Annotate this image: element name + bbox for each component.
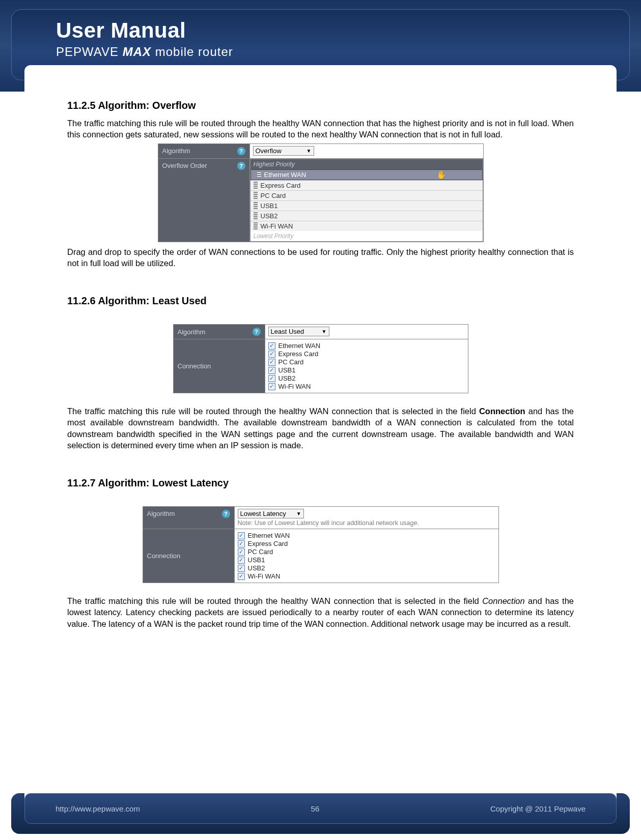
grip-icon[interactable] <box>254 202 258 209</box>
footer-url: http://www.pepwave.com <box>55 804 140 813</box>
checkbox-icon: ✓ <box>268 359 275 366</box>
checkbox-icon: ✓ <box>268 351 275 358</box>
algorithm-select-value: Overflow <box>256 147 282 155</box>
header-text: User Manual PEPWAVE MAX mobile router <box>56 18 233 59</box>
label-algorithm-text: Algorithm <box>147 510 175 517</box>
priority-item[interactable]: Wi-Fi WAN <box>250 221 483 231</box>
checkbox-icon: ✓ <box>268 342 275 350</box>
leastused-after: The traffic matching this rule will be r… <box>67 405 574 451</box>
label-algorithm: Algorithm ? <box>174 325 265 339</box>
checkbox-label: PC Card <box>248 548 273 556</box>
algorithm-select[interactable]: Overflow ▼ <box>253 146 314 156</box>
connection-checklist: ✓Ethernet WAN ✓Express Card ✓PC Card ✓US… <box>265 339 468 393</box>
connection-italic: Connection <box>482 596 524 605</box>
overflow-after: Drag and drop to specify the order of WA… <box>67 246 574 269</box>
checkbox-icon: ✓ <box>238 557 245 564</box>
tagline: mobile router <box>155 45 233 59</box>
label-overflow-order-text: Overflow Order <box>162 162 207 169</box>
checkbox-label: USB1 <box>248 556 265 564</box>
section-heading-leastused: 11.2.6 Algorithm: Least Used <box>67 295 574 307</box>
label-algorithm-text: Algorithm <box>178 328 206 336</box>
priority-item-label: Express Card <box>261 182 301 189</box>
priority-item[interactable]: USB2 <box>250 211 483 221</box>
footer-bar: http://www.pepwave.com 56 Copyright @ 20… <box>24 793 617 824</box>
help-icon[interactable]: ? <box>222 510 230 518</box>
section-heading-overflow: 11.2.5 Algorithm: Overflow <box>67 100 574 111</box>
help-icon[interactable]: ? <box>253 328 261 336</box>
label-overflow-order: Overflow Order ? <box>158 159 250 242</box>
checkbox-icon: ✓ <box>238 532 245 539</box>
checkbox-icon: ✓ <box>238 573 245 580</box>
connection-checkbox[interactable]: ✓USB2 <box>238 564 495 572</box>
checkbox-label: USB1 <box>278 366 296 374</box>
priority-item-label: PC Card <box>261 192 286 199</box>
checkbox-icon: ✓ <box>238 548 245 556</box>
priority-item-label: USB1 <box>261 202 278 210</box>
checkbox-icon: ✓ <box>268 383 275 390</box>
grip-icon[interactable] <box>254 222 258 229</box>
connection-checkbox[interactable]: ✓PC Card <box>268 358 465 366</box>
grip-icon[interactable] <box>254 212 258 219</box>
grip-icon[interactable] <box>257 171 261 178</box>
priority-item[interactable]: Express Card <box>250 180 483 190</box>
connection-checkbox[interactable]: ✓USB2 <box>268 374 465 382</box>
checkbox-label: Wi-Fi WAN <box>248 572 281 580</box>
section-heading-lowestlatency: 11.2.7 Algorithm: Lowest Latency <box>67 477 574 489</box>
overflow-order-cell: Highest Priority Ethernet WAN ✋ Express … <box>250 159 483 242</box>
priority-bottom-label: Lowest Priority <box>250 231 483 241</box>
chevron-down-icon: ▼ <box>296 511 301 516</box>
label-connection: Connection <box>143 529 235 583</box>
page-body: 11.2.5 Algorithm: Overflow The traffic m… <box>24 65 617 809</box>
label-algorithm-text: Algorithm <box>162 147 190 155</box>
checkbox-label: Express Card <box>278 350 319 358</box>
connection-checkbox[interactable]: ✓Wi-Fi WAN <box>268 383 465 390</box>
text-pre: The traffic matching this rule will be r… <box>67 407 479 416</box>
connection-checkbox[interactable]: ✓Ethernet WAN <box>268 342 465 350</box>
checkbox-label: Ethernet WAN <box>248 532 290 539</box>
chevron-down-icon: ▼ <box>306 148 312 154</box>
leastused-config-panel: Algorithm ? Least Used ▼ Connection ✓Eth… <box>173 324 468 393</box>
priority-item-label: USB2 <box>261 212 278 220</box>
priority-list: Highest Priority Ethernet WAN ✋ Express … <box>250 159 483 242</box>
grip-icon[interactable] <box>254 182 258 189</box>
priority-top-label: Highest Priority <box>250 159 483 169</box>
lowestlatency-after: The traffic matching this rule will be r… <box>67 595 574 629</box>
help-icon[interactable]: ? <box>237 147 245 155</box>
algorithm-select[interactable]: Least Used ▼ <box>268 327 329 336</box>
connection-checkbox[interactable]: ✓Express Card <box>238 540 495 547</box>
page-number: 56 <box>311 804 320 813</box>
overflow-intro: The traffic matching this rule will be r… <box>67 118 574 140</box>
connection-checkbox[interactable]: ✓Ethernet WAN <box>238 532 495 539</box>
label-connection-text: Connection <box>178 362 211 370</box>
help-icon[interactable]: ? <box>237 162 245 170</box>
connection-checkbox[interactable]: ✓Wi-Fi WAN <box>238 572 495 580</box>
doc-title: User Manual <box>56 18 233 43</box>
connection-checkbox[interactable]: ✓USB1 <box>268 366 465 374</box>
checkbox-icon: ✓ <box>238 540 245 547</box>
connection-checkbox[interactable]: ✓USB1 <box>238 556 495 564</box>
model-name: MAX <box>123 45 151 59</box>
label-algorithm: Algorithm ? <box>143 507 235 529</box>
connection-checklist: ✓Ethernet WAN ✓Express Card ✓PC Card ✓US… <box>235 529 498 583</box>
doc-subtitle: PEPWAVE MAX mobile router <box>56 45 233 59</box>
algorithm-select-value: Least Used <box>271 328 304 335</box>
latency-note: Note: Use of Lowest Latency will incur a… <box>238 519 495 527</box>
priority-item[interactable]: PC Card <box>250 190 483 200</box>
algorithm-select[interactable]: Lowest Latency ▼ <box>238 509 304 518</box>
connection-checkbox[interactable]: ✓PC Card <box>238 548 495 556</box>
connection-checkbox[interactable]: ✓Express Card <box>268 350 465 358</box>
overflow-config-panel: Algorithm ? Overflow ▼ Overflow Order ? … <box>158 143 484 242</box>
checkbox-label: Wi-Fi WAN <box>278 383 311 390</box>
connection-bold: Connection <box>479 407 525 416</box>
checkbox-label: PC Card <box>278 358 304 366</box>
priority-item-dragging[interactable]: Ethernet WAN ✋ <box>250 169 483 180</box>
algorithm-value-cell: Overflow ▼ <box>250 144 483 158</box>
priority-item[interactable]: USB1 <box>250 200 483 211</box>
lowestlatency-config-panel: Algorithm ? Lowest Latency ▼ Note: Use o… <box>143 506 499 583</box>
grab-cursor-icon: ✋ <box>436 170 447 180</box>
checkbox-icon: ✓ <box>268 375 275 382</box>
grip-icon[interactable] <box>254 192 258 199</box>
chevron-down-icon: ▼ <box>322 329 327 334</box>
algorithm-select-value: Lowest Latency <box>240 510 286 517</box>
checkbox-label: Ethernet WAN <box>278 342 321 350</box>
